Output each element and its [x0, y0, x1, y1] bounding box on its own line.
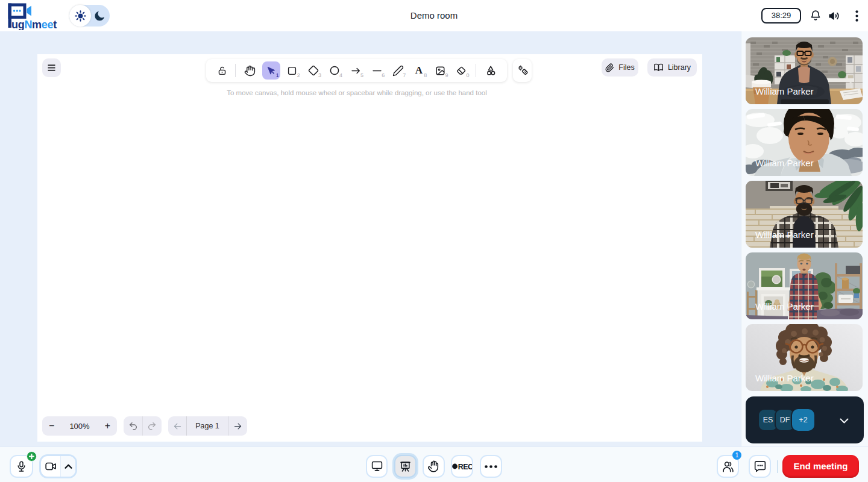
svg-text:A: A: [415, 64, 423, 76]
svg-text:REC: REC: [458, 463, 472, 470]
